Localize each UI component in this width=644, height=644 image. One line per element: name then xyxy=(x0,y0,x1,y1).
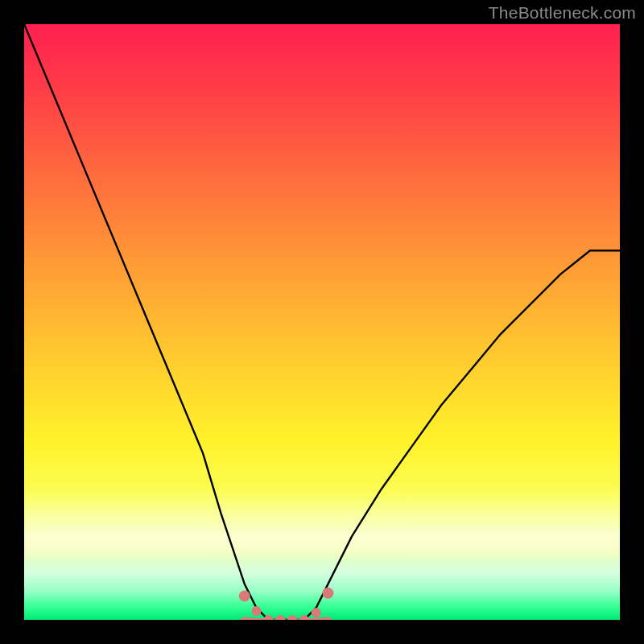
flat-zone-dot xyxy=(312,608,321,617)
flat-zone-marker xyxy=(239,588,334,620)
chart-frame: TheBottleneck.com xyxy=(0,0,644,644)
flat-zone-dot xyxy=(322,588,333,599)
flat-zone-dot xyxy=(275,615,285,620)
flat-zone-dot xyxy=(287,615,297,620)
curve-layer xyxy=(24,24,620,620)
plot-area xyxy=(24,24,620,620)
bottleneck-curve xyxy=(24,24,620,620)
flat-zone-dot xyxy=(252,606,262,616)
watermark-text: TheBottleneck.com xyxy=(489,3,636,23)
flat-zone-dot xyxy=(239,590,250,601)
